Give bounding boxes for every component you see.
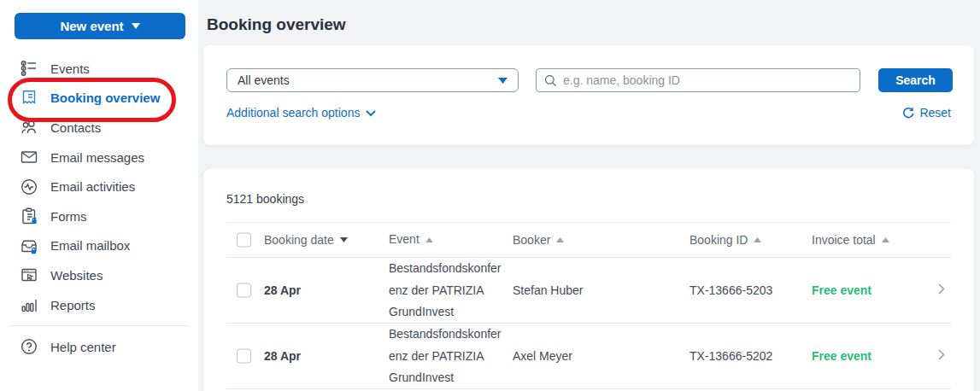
sort-asc-icon	[754, 237, 761, 242]
search-input[interactable]	[563, 73, 852, 87]
additional-search-options-link[interactable]: Additional search options	[226, 106, 376, 120]
sidebar-item-email-activities[interactable]: Email activities	[0, 172, 198, 201]
sidebar-item-label: Email activities	[50, 179, 135, 194]
event-cell: Bestandsfondskonferenz der PATRIZIA Grun…	[389, 324, 502, 389]
event-cell: Bestandsfondskonferenz der PATRIZIA Grun…	[389, 258, 502, 324]
sidebar-item-websites[interactable]: Websites	[0, 260, 198, 290]
table-header-row: Booking date Event Booker Booking ID Inv…	[226, 222, 951, 258]
sidebar-divider	[9, 325, 190, 326]
booking-id-cell: TX-13666-5203	[690, 283, 772, 297]
sidebar-item-email-mailbox[interactable]: Email mailbox	[0, 231, 198, 261]
sort-asc-icon	[556, 237, 564, 242]
sidebar: New event Events	[0, 0, 198, 391]
sidebar-item-label: Forms	[50, 209, 87, 224]
page: New event Events	[0, 0, 980, 391]
sidebar-item-label: Help center	[50, 340, 116, 354]
reset-link[interactable]: Reset	[902, 106, 951, 120]
bar-chart-icon	[19, 295, 39, 315]
invoice-total-cell: Free event	[812, 283, 871, 297]
column-header-event[interactable]: Event	[389, 229, 502, 251]
sidebar-item-label: Events	[50, 61, 90, 76]
column-header-booking-id[interactable]: Booking ID	[690, 233, 761, 247]
sidebar-item-label: Websites	[50, 268, 103, 283]
column-header-booking-date[interactable]: Booking date	[264, 233, 348, 247]
booking-count: 5121 bookings	[226, 192, 304, 206]
pulse-icon	[19, 177, 39, 197]
table-row[interactable]: 28 Apr Bestandsfondskonferenz der PATRIZ…	[226, 324, 951, 389]
table-row[interactable]: 28 Apr Bestandsfondskonferenz der PATRIZ…	[226, 258, 951, 324]
row-checkbox[interactable]	[237, 283, 251, 298]
invoice-total-cell: Free event	[812, 349, 871, 363]
chevron-down-icon	[498, 78, 508, 84]
people-icon	[19, 117, 39, 137]
booker-cell: Axel Meyer	[513, 349, 572, 363]
sidebar-item-label: Email messages	[50, 150, 144, 165]
column-header-invoice-total[interactable]: Invoice total	[812, 233, 889, 247]
checklist-icon	[19, 58, 39, 79]
envelope-icon	[19, 147, 39, 167]
reset-icon	[902, 107, 914, 119]
event-filter-dropdown[interactable]: All events	[226, 68, 519, 92]
sidebar-item-label: Email mailbox	[50, 238, 130, 253]
select-all-checkbox[interactable]	[237, 233, 251, 248]
booking-date-cell: 28 Apr	[264, 283, 301, 297]
row-chevron-right-icon[interactable]	[938, 349, 945, 363]
sidebar-item-email-messages[interactable]: Email messages	[0, 143, 198, 172]
sort-asc-icon	[425, 237, 433, 242]
help-icon	[19, 336, 39, 357]
sidebar-item-label: Contacts	[50, 120, 101, 135]
sidebar-item-events[interactable]: Events	[0, 54, 198, 84]
receipt-icon	[19, 88, 39, 108]
search-panel	[203, 45, 974, 145]
sort-desc-icon	[340, 237, 348, 242]
sort-asc-icon	[882, 237, 889, 242]
new-event-button[interactable]: New event	[15, 13, 185, 39]
sidebar-item-booking-overview[interactable]: Booking overview	[0, 84, 198, 114]
search-icon	[544, 74, 557, 87]
tray-lock-icon	[19, 236, 39, 256]
search-button[interactable]: Search	[878, 68, 953, 92]
column-header-booker[interactable]: Booker	[513, 233, 564, 247]
chevron-down-icon	[366, 110, 376, 116]
event-filter-value: All events	[238, 73, 498, 87]
sidebar-item-label: Reports	[50, 298, 96, 312]
sidebar-item-reports[interactable]: Reports	[0, 290, 198, 320]
browser-icon	[19, 265, 39, 285]
sidebar-item-help-center[interactable]: Help center	[0, 332, 198, 362]
sidebar-item-label: Booking overview	[50, 90, 160, 105]
booking-date-cell: 28 Apr	[264, 349, 301, 363]
sidebar-nav: Events Booking overview	[0, 54, 198, 319]
new-event-label: New event	[60, 19, 123, 33]
booker-cell: Stefan Huber	[513, 283, 584, 297]
reset-label: Reset	[919, 106, 951, 120]
booking-id-cell: TX-13666-5202	[690, 349, 772, 363]
row-checkbox[interactable]	[237, 349, 251, 364]
row-chevron-right-icon[interactable]	[938, 283, 945, 297]
sidebar-item-contacts[interactable]: Contacts	[0, 113, 198, 143]
additional-search-options-label: Additional search options	[226, 106, 360, 120]
sidebar-item-forms[interactable]: Forms	[0, 201, 198, 231]
search-field	[536, 68, 860, 92]
chevron-down-icon	[132, 23, 140, 29]
clipboard-lock-icon	[19, 206, 39, 226]
page-title: Booking overview	[207, 15, 346, 34]
